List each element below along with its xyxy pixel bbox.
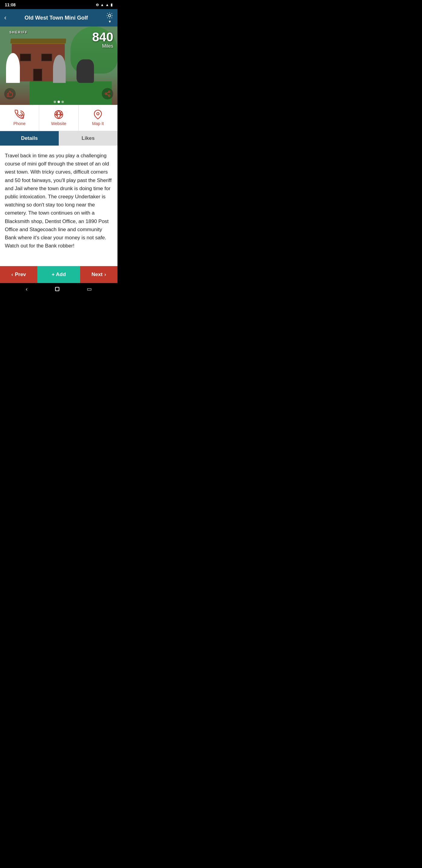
brightness-settings-button[interactable]: ▾ bbox=[106, 12, 113, 24]
chevron-down-icon: ▾ bbox=[109, 19, 111, 24]
map-icon bbox=[93, 110, 103, 119]
status-time: 11:08 bbox=[5, 2, 16, 7]
back-button[interactable]: ‹ bbox=[4, 14, 6, 22]
tab-likes[interactable]: Likes bbox=[59, 131, 118, 146]
next-chevron-icon: › bbox=[104, 272, 106, 278]
battery-icon: ▮ bbox=[110, 3, 112, 7]
do-not-disturb-icon: ⊖ bbox=[96, 3, 99, 7]
phone-label: Phone bbox=[13, 121, 25, 126]
phone-icon bbox=[15, 110, 24, 119]
svg-line-4 bbox=[111, 18, 112, 18]
add-button[interactable]: + Add bbox=[37, 266, 80, 283]
hero-image: SHERIFF 840 Miles bbox=[0, 27, 118, 105]
svg-point-11 bbox=[108, 95, 110, 97]
scene-sign: SHERIFF bbox=[9, 30, 28, 34]
prev-label: Prev bbox=[15, 272, 26, 278]
thumbs-up-icon bbox=[7, 90, 13, 97]
android-recents-button[interactable]: ▭ bbox=[87, 286, 92, 292]
description-text: Travel back in time as you play a challe… bbox=[5, 152, 112, 250]
tab-row: Details Likes bbox=[0, 131, 118, 146]
miles-number: 840 bbox=[92, 31, 113, 43]
website-label: Website bbox=[51, 121, 66, 126]
android-nav-bar: ‹ ▭ bbox=[0, 283, 118, 295]
next-label: Next bbox=[92, 272, 103, 278]
signal-icon: ▲ bbox=[105, 3, 109, 7]
status-icons: ⊖ ▲ ▲ ▮ bbox=[96, 3, 112, 7]
add-label: + Add bbox=[52, 272, 66, 278]
tab-details[interactable]: Details bbox=[0, 131, 59, 146]
android-home-button[interactable] bbox=[55, 287, 59, 291]
map-label: Map It bbox=[92, 121, 104, 126]
dot-3 bbox=[61, 101, 64, 103]
website-icon bbox=[54, 110, 64, 119]
svg-point-10 bbox=[105, 93, 107, 95]
prev-button[interactable]: ‹ Prev bbox=[0, 266, 37, 283]
svg-point-9 bbox=[108, 91, 110, 93]
wifi-icon: ▲ bbox=[100, 3, 104, 7]
svg-line-13 bbox=[107, 92, 108, 93]
page-title: Old West Town Mini Golf bbox=[6, 15, 106, 21]
dot-1 bbox=[54, 101, 56, 103]
bottom-navigation: ‹ Prev + Add Next › bbox=[0, 266, 118, 283]
share-button[interactable] bbox=[102, 88, 113, 99]
android-back-button[interactable]: ‹ bbox=[26, 286, 28, 292]
miles-badge: 840 Miles bbox=[92, 31, 113, 49]
content-area: Travel back in time as you play a challe… bbox=[0, 146, 118, 266]
miles-label: Miles bbox=[92, 43, 113, 49]
svg-line-12 bbox=[107, 94, 108, 95]
website-button[interactable]: Website bbox=[39, 105, 78, 131]
dot-2 bbox=[58, 101, 60, 103]
like-button[interactable] bbox=[4, 88, 16, 99]
svg-line-8 bbox=[111, 13, 112, 13]
header: ‹ Old West Town Mini Golf ▾ bbox=[0, 9, 118, 27]
prev-chevron-icon: ‹ bbox=[11, 272, 13, 278]
map-button[interactable]: Map It bbox=[78, 105, 118, 131]
svg-line-3 bbox=[107, 13, 107, 13]
status-bar: 11:08 ⊖ ▲ ▲ ▮ bbox=[0, 0, 118, 9]
phone-button[interactable]: Phone bbox=[0, 105, 39, 131]
action-row: Phone Website Map It bbox=[0, 105, 118, 131]
svg-line-7 bbox=[107, 18, 107, 18]
share-icon bbox=[104, 90, 111, 97]
svg-point-0 bbox=[108, 14, 111, 17]
image-dots bbox=[54, 101, 64, 103]
svg-point-15 bbox=[97, 113, 99, 115]
next-button[interactable]: Next › bbox=[80, 266, 118, 283]
